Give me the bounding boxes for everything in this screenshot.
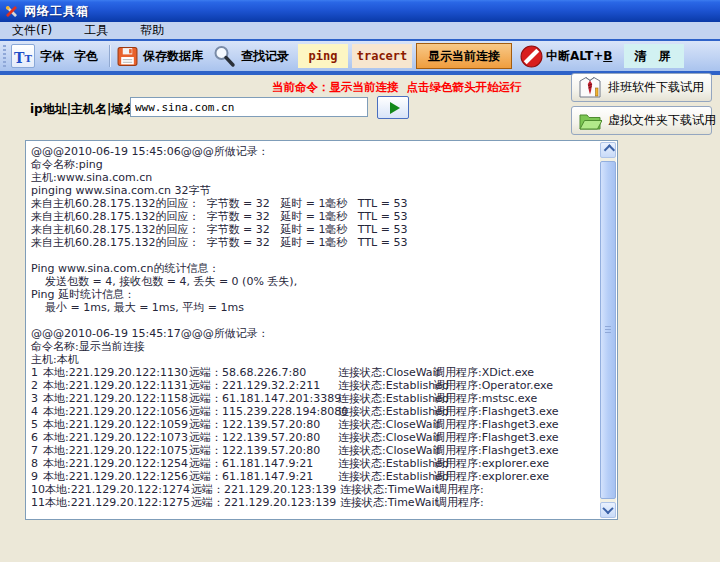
connection-remote: 远端：61.181.147.201:3389 xyxy=(189,392,338,405)
connection-no: 3 xyxy=(31,392,43,405)
connection-local: 本地:221.129.20.122:1130 xyxy=(43,366,189,379)
connection-local: 本地:221.129.20.122:1158 xyxy=(43,392,189,405)
save-database-button[interactable]: 保存数据库 xyxy=(117,46,208,67)
connection-state: 连接状态:CloseWait xyxy=(338,366,434,379)
console-line: 来自主机60.28.175.132的回应： 字节数 = 32 延时 = 1毫秒 … xyxy=(31,223,600,236)
connection-remote: 远端：115.239.228.194:8080 xyxy=(189,405,338,418)
console-output[interactable]: @@@2010-06-19 15:45:06@@@所做记录：命令名称:ping主… xyxy=(25,140,618,520)
connection-no: 6 xyxy=(31,431,43,444)
connection-remote: 远端：122.139.57.20:80 xyxy=(189,418,338,431)
no-entry-icon xyxy=(520,45,543,68)
font-style-button[interactable]: TT xyxy=(11,44,35,68)
connection-remote: 远端：122.139.57.20:80 xyxy=(189,444,338,457)
clear-screen-button[interactable]: 清 屏 xyxy=(624,44,684,68)
title-bar[interactable]: 网络工具箱 xyxy=(0,0,720,22)
vertical-scrollbar[interactable] xyxy=(600,142,616,518)
console-line: 发送包数 = 4, 接收包数 = 4, 丢失 = 0 (0% 丢失), xyxy=(31,275,600,288)
scrollbar-thumb[interactable] xyxy=(600,161,616,499)
run-button[interactable] xyxy=(377,96,409,119)
connection-no: 2 xyxy=(31,379,43,392)
console-line: 最小 = 1ms, 最大 = 1ms, 平均 = 1ms xyxy=(31,301,600,314)
console-line xyxy=(31,249,600,262)
connection-program: 调用程序:Flashget3.exe xyxy=(434,418,559,431)
connection-remote: 远端：221.129.20.123:139 xyxy=(191,483,340,496)
console-line xyxy=(31,314,600,327)
connection-state: 连接状态:Established xyxy=(338,379,434,392)
scroll-up-button[interactable] xyxy=(600,142,616,158)
app-window: 网络工具箱 文件(F) 工具 帮助 TT 字体 字色 保存数据库 xyxy=(0,0,720,562)
connection-row: 5本地:221.129.20.122:1059远端：122.139.57.20:… xyxy=(31,418,600,431)
connection-row: 3本地:221.129.20.122:1158远端：61.181.147.201… xyxy=(31,392,600,405)
connection-program: 调用程序:Flashget3.exe xyxy=(434,444,559,457)
menu-file[interactable]: 文件(F) xyxy=(2,22,62,39)
connection-no: 9 xyxy=(31,470,43,483)
connection-remote: 远端：221.129.20.123:139 xyxy=(191,496,340,509)
connection-row: 8本地:221.129.20.122:1254远端：61.181.147.9:2… xyxy=(31,457,600,470)
interrupt-button[interactable]: 中断ALT+B xyxy=(520,45,612,68)
connection-remote: 远端：221.129.32.2:211 xyxy=(189,379,338,392)
connection-program: 调用程序:mstsc.exe xyxy=(434,392,537,405)
connection-program: 调用程序:Flashget3.exe xyxy=(434,405,559,418)
connection-no: 8 xyxy=(31,457,43,470)
folder-icon xyxy=(578,111,602,131)
connection-remote: 远端：61.181.147.9:21 xyxy=(189,470,338,483)
virtual-folder-trial-button[interactable]: 虚拟文件夹下载试用 xyxy=(571,106,712,135)
menu-tools[interactable]: 工具 xyxy=(74,22,118,39)
menu-help[interactable]: 帮助 xyxy=(130,22,174,39)
font-icon-small: T xyxy=(24,51,31,67)
connection-program: 调用程序:explorer.exe xyxy=(434,470,549,483)
show-connections-button[interactable]: 显示当前连接 xyxy=(416,43,512,69)
console-line: 主机:本机 xyxy=(31,353,600,366)
chevron-up-icon xyxy=(604,144,615,155)
toolbar-separator xyxy=(109,45,111,67)
connection-local: 本地:221.129.20.122:1059 xyxy=(43,418,189,431)
connection-remote: 远端：122.139.57.20:80 xyxy=(189,431,338,444)
connection-program: 调用程序:explorer.exe xyxy=(434,457,549,470)
font-icon: T xyxy=(14,49,24,67)
connection-no: 10 xyxy=(31,483,45,496)
tracert-button[interactable]: tracert xyxy=(352,44,412,68)
connection-program: 调用程序:Operator.exe xyxy=(434,379,553,392)
connection-row: 2本地:221.129.20.122:1131远端：221.129.32.2:2… xyxy=(31,379,600,392)
console-line: 主机:www.sina.com.cn xyxy=(31,171,600,184)
address-input[interactable] xyxy=(130,97,368,117)
connection-state: 连接状态:CloseWait xyxy=(338,431,434,444)
connection-no: 11 xyxy=(31,496,45,509)
console-line: Ping www.sina.com.cn的统计信息： xyxy=(31,262,600,275)
toolbar-grip[interactable] xyxy=(3,45,6,67)
scheduling-software-trial-button[interactable]: 排班软件下载试用 xyxy=(571,73,712,102)
font-color-button[interactable]: 字色 xyxy=(74,48,98,65)
console-line: 来自主机60.28.175.132的回应： 字节数 = 32 延时 = 1毫秒 … xyxy=(31,197,600,210)
connection-remote: 远端：58.68.226.7:80 xyxy=(189,366,338,379)
toolbar: TT 字体 字色 保存数据库 查找记录 ping tracert 显 xyxy=(0,39,720,75)
console-line: @@@2010-06-19 15:45:17@@@所做记录： xyxy=(31,327,600,340)
connection-no: 7 xyxy=(31,444,43,457)
console-line: @@@2010-06-19 15:45:06@@@所做记录： xyxy=(31,145,600,158)
connection-row: 1本地:221.129.20.122:1130远端：58.68.226.7:80… xyxy=(31,366,600,379)
connection-state: 连接状态:Established xyxy=(338,470,434,483)
font-button[interactable]: 字体 xyxy=(40,48,64,65)
connection-no: 5 xyxy=(31,418,43,431)
connection-local: 本地:221.129.20.122:1256 xyxy=(43,470,189,483)
find-records-button[interactable]: 查找记录 xyxy=(212,44,294,68)
connection-local: 本地:221.129.20.122:1274 xyxy=(45,483,191,496)
console-line: Ping 延时统计信息： xyxy=(31,288,600,301)
console-line: 命令名称:ping xyxy=(31,158,600,171)
ping-button[interactable]: ping xyxy=(298,44,348,68)
connection-state: 连接状态:Established xyxy=(338,457,434,470)
connection-remote: 远端：61.181.147.9:21 xyxy=(189,457,338,470)
scroll-down-button[interactable] xyxy=(600,502,616,518)
connection-no: 1 xyxy=(31,366,43,379)
find-records-label: 查找记录 xyxy=(241,48,289,65)
console-line: 命令名称:显示当前连接 xyxy=(31,340,600,353)
console-text: @@@2010-06-19 15:45:06@@@所做记录：命令名称:ping主… xyxy=(26,141,600,519)
connection-local: 本地:221.129.20.122:1131 xyxy=(43,379,189,392)
connection-row: 11本地:221.129.20.122:1275远端：221.129.20.12… xyxy=(31,496,600,509)
connection-local: 本地:221.129.20.122:1056 xyxy=(43,405,189,418)
interrupt-hotkey: B xyxy=(603,49,612,63)
connection-local: 本地:221.129.20.122:1073 xyxy=(43,431,189,444)
console-line: 来自主机60.28.175.132的回应： 字节数 = 32 延时 = 1毫秒 … xyxy=(31,210,600,223)
connection-no: 4 xyxy=(31,405,43,418)
connection-state: 连接状态:CloseWait xyxy=(338,444,434,457)
console-line: 来自主机60.28.175.132的回应： 字节数 = 32 延时 = 1毫秒 … xyxy=(31,236,600,249)
